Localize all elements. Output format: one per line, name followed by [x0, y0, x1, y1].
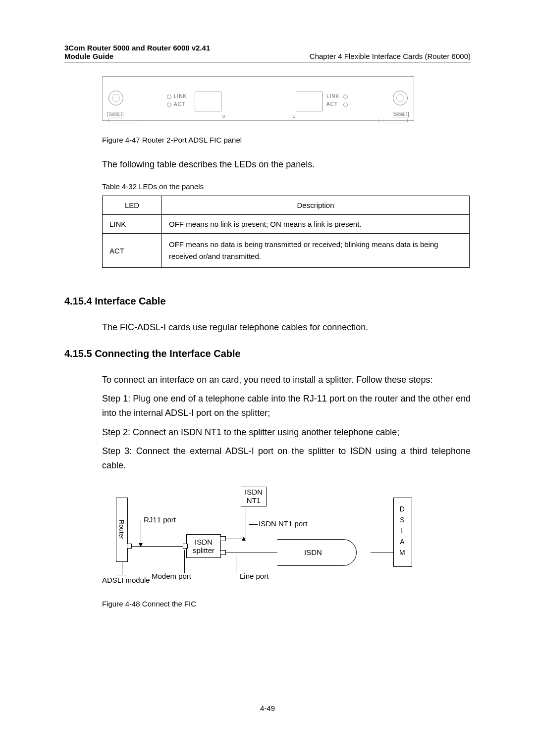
- figure-4-47-caption: Figure 4-47 Router 2-Port ADSL FIC panel: [102, 136, 471, 144]
- led-act-label-1: ACT: [326, 101, 338, 107]
- led-icon: [167, 95, 171, 99]
- led-link-label-0: LINK: [174, 94, 187, 99]
- rj11-label: RJ11 port: [144, 515, 176, 524]
- td-act-desc: OFF means no data is being transmitted o…: [162, 234, 470, 268]
- p-4-15-4: The FIC-ADSL-I cards use regular telepho…: [102, 321, 471, 334]
- line: [249, 524, 258, 525]
- port-number-0: 0: [222, 114, 225, 119]
- notch-icon: [378, 119, 408, 122]
- td-led-link: LINK: [103, 215, 162, 234]
- arrowhead-icon: [139, 543, 143, 547]
- header-right: Chapter 4 Flexible Interface Cards (Rout…: [310, 52, 471, 60]
- header-left-line1: 3Com Router 5000 and Router 6000 v2.41: [64, 44, 471, 52]
- port-icon: [183, 544, 188, 549]
- led-act-label-0: ACT: [174, 101, 185, 107]
- table-row: LINK OFF means no link is present; ON me…: [103, 215, 470, 234]
- isdn-nt1-port-label: ISDN NT1 port: [259, 519, 307, 528]
- port-icon: [127, 544, 132, 549]
- isdn-nt1-box: ISDN NT1: [241, 487, 267, 506]
- p-step-1: Step 1: Plug one end of a telephone cabl…: [102, 392, 471, 420]
- line: [122, 562, 122, 575]
- td-link-desc: OFF means no link is present; ON means a…: [162, 215, 470, 234]
- port-number-1: 1: [293, 114, 295, 119]
- fic-panel-figure: 2ADSL-I 2ADSL-I LINK ACT 0 LINK ACT 1: [102, 76, 414, 121]
- port-icon: [220, 550, 226, 555]
- panel-label-right: 2ADSL-I: [393, 112, 409, 117]
- th-led: LED: [103, 196, 162, 215]
- line: [371, 553, 393, 553]
- led-icon: [343, 95, 348, 99]
- td-led-act: ACT: [103, 234, 162, 268]
- table-4-32-caption: Table 4-32 LEDs on the panels: [102, 182, 471, 191]
- notch-icon: [108, 119, 138, 122]
- panel-label-left: 2ADSL-I: [107, 112, 123, 117]
- heading-4-15-5: 4.15.5 Connecting the Interface Cable: [64, 348, 471, 359]
- screw-icon: [393, 91, 408, 105]
- line: [226, 553, 277, 553]
- line-port-label: Line port: [240, 572, 268, 580]
- rj-port-0: [195, 92, 221, 111]
- modem-port-label: Modem port: [152, 572, 191, 580]
- adsl-module-label: ADSLI module: [102, 576, 150, 584]
- header-left-line2: Module Guide: [64, 52, 113, 60]
- dslam-label: D S L A M: [399, 504, 405, 558]
- led-table: LED Description LINK OFF means no link i…: [102, 196, 470, 268]
- line: [117, 575, 127, 575]
- header-divider: [64, 62, 471, 62]
- led-link-label-1: LINK: [326, 94, 339, 99]
- port-icon: [220, 536, 226, 541]
- led-intro-text: The following table describes the LEDs o…: [102, 158, 471, 171]
- p-step-2: Step 2: Connect an ISDN NT1 to the split…: [102, 425, 471, 440]
- router-label: Router: [117, 517, 127, 543]
- connection-diagram: Router ADSLI module RJ11 port ISDN split…: [102, 487, 419, 589]
- line: [236, 555, 236, 573]
- line: [141, 519, 141, 544]
- led-icon: [167, 102, 171, 107]
- line: [246, 506, 246, 539]
- rj-port-1: [296, 92, 322, 111]
- figure-4-48-caption: Figure 4-48 Connect the FIC: [102, 600, 471, 608]
- line: [184, 550, 185, 573]
- p-step-3: Step 3: Connect the external ADSL-I port…: [102, 444, 471, 473]
- isdn-label: ISDN: [304, 548, 322, 556]
- heading-4-15-4: 4.15.4 Interface Cable: [64, 296, 471, 307]
- isdn-splitter-box: ISDN splitter: [186, 534, 221, 558]
- th-description: Description: [162, 196, 470, 215]
- screw-icon: [108, 91, 123, 105]
- table-row: ACT OFF means no data is being transmitt…: [103, 234, 470, 268]
- p-4-15-5-intro: To connect an interface on an card, you …: [102, 373, 471, 387]
- page-number: 4-49: [0, 704, 535, 712]
- router-box: Router: [116, 498, 128, 562]
- line: [128, 546, 186, 547]
- arrowhead-icon: [242, 537, 246, 541]
- led-icon: [343, 102, 348, 107]
